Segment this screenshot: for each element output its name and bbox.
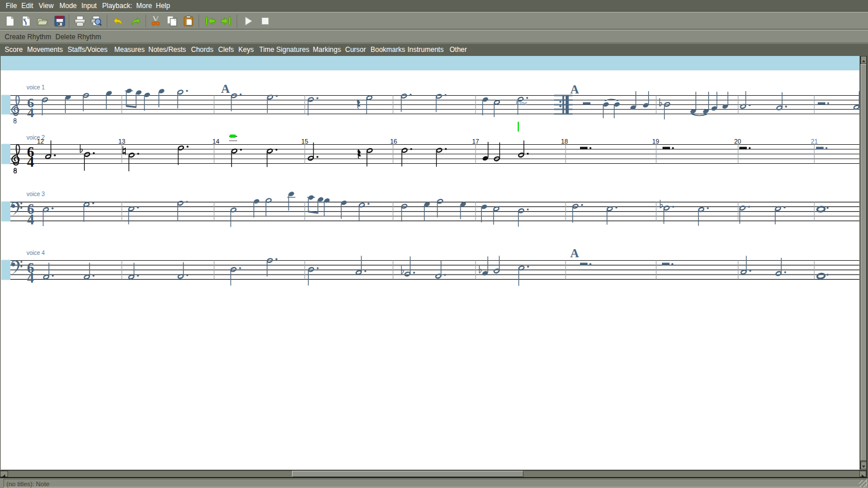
- svg-text:4: 4: [27, 105, 34, 120]
- svg-text:19: 19: [652, 138, 659, 145]
- svg-text:voice 4: voice 4: [27, 250, 45, 256]
- svg-text:voice 3: voice 3: [27, 191, 45, 197]
- svg-text:4: 4: [27, 154, 34, 170]
- svg-text:A: A: [570, 82, 579, 96]
- svg-text:13: 13: [118, 138, 125, 145]
- svg-text:15: 15: [301, 138, 308, 145]
- svg-text:A: A: [221, 82, 230, 96]
- svg-text:14: 14: [212, 138, 219, 145]
- svg-text:A: A: [570, 246, 579, 260]
- svg-text:4: 4: [27, 212, 34, 227]
- svg-text:16: 16: [390, 138, 397, 145]
- svg-text:4: 4: [27, 270, 34, 286]
- svg-text:Fine: Fine: [515, 99, 527, 106]
- svg-text:voice 1: voice 1: [27, 84, 45, 91]
- svg-text:21: 21: [811, 138, 818, 145]
- svg-text:20: 20: [734, 138, 741, 145]
- svg-text:17: 17: [472, 138, 479, 145]
- svg-text:18: 18: [561, 138, 568, 145]
- svg-text:12: 12: [37, 138, 44, 145]
